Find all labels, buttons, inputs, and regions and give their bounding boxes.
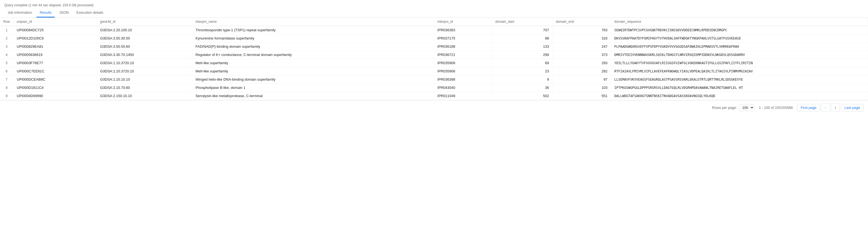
cell-domain_end: 551 xyxy=(552,92,611,100)
cell-uniparc_id: UPI0012D100C9 xyxy=(13,34,97,43)
cell-interpro_id: IPR036388 xyxy=(434,76,492,84)
cell-interpro_name: Phospholipase B-like, domain 1 xyxy=(192,84,434,92)
cell-gene3d_id: G3DSA:2.20.100.10 xyxy=(97,26,192,34)
col-header-domain-sequence: domain_sequence xyxy=(611,18,868,26)
tab-results[interactable]: Results xyxy=(36,8,55,18)
table-container: Row uniparc_id gene3d_id interpro_name i… xyxy=(0,18,868,100)
query-status: Query complete (1 min 44 sec elapsed, 15… xyxy=(0,0,868,8)
cell-row: 6 xyxy=(0,67,13,76)
next-page-button[interactable]: › xyxy=(831,103,840,112)
pagination-buttons: First page ‹ › Last page xyxy=(797,103,864,112)
cell-gene3d_id: G3DSA:3.30.70.1450 xyxy=(97,51,192,59)
cell-domain_sequence: DKVSSRAFPAATDYFGMIFHGYTVTHVDALSHFFWDGKTY… xyxy=(611,34,868,43)
cell-domain_end: 103 xyxy=(552,84,611,92)
cell-uniparc_id: UPI00084DC725 xyxy=(13,26,97,34)
cell-domain_start: 69 xyxy=(492,59,552,67)
cell-domain_end: 293 xyxy=(552,59,611,67)
cell-uniparc_id: UPI000DCEAB8C xyxy=(13,76,97,84)
table-row: 7UPI000DCEAB8CG3DSA:1.10.10.10Winged hel… xyxy=(0,76,868,84)
cell-domain_end: 97 xyxy=(552,76,611,84)
table-row: 8UPI000D1811C4G3DSA:2.10.70.60Phospholip… xyxy=(0,84,868,92)
cell-interpro_name: Kynurenine formamidase superfamily xyxy=(192,34,434,43)
cell-gene3d_id: G3DSA:3.50.30.50 xyxy=(97,34,192,43)
col-header-uniparc-id: uniparc_id xyxy=(13,18,97,26)
cell-uniparc_id: UPI000C7EE81C xyxy=(13,67,97,76)
cell-interpro_name: MetI-like superfamily xyxy=(192,59,434,67)
col-header-interpro-name: interpro_name xyxy=(192,18,434,26)
cell-interpro_name: Thrombospondin type-1 (TSP1) repeat supe… xyxy=(192,26,434,34)
table-row: 2UPI0012D100C9G3DSA:3.50.30.50Kynurenine… xyxy=(0,34,868,43)
cell-domain_sequence: LLSEMAVFVKVVEAGSFSEAGRQLASTPSAVSRSVARLEK… xyxy=(611,76,868,84)
cell-row: 7 xyxy=(0,76,13,84)
cell-row: 8 xyxy=(0,84,13,92)
cell-domain_end: 247 xyxy=(552,43,611,51)
pagination-info: 1 - 100 of 220155568 xyxy=(759,106,793,110)
cell-interpro_id: IPR035906 xyxy=(434,67,492,76)
cell-interpro_name: MetI-like superfamily xyxy=(192,67,434,76)
cell-uniparc_id: UPI0004D69990 xyxy=(13,92,97,100)
cell-row: 9 xyxy=(0,92,13,100)
cell-interpro_name: FAD/NAD(P)-binding domain superfamily xyxy=(192,43,434,51)
cell-interpro_id: IPR037175 xyxy=(434,34,492,43)
cell-row: 5 xyxy=(0,59,13,67)
table-row: 6UPI000C7EE81CG3DSA:1.10.3720.10MetI-lik… xyxy=(0,67,868,76)
cell-domain_sequence: RTFIAIAVLFMIVMLVIPLLAVEFEAFKNGWQLYIASLVD… xyxy=(611,67,868,76)
cell-gene3d_id: G3DSA:1.10.10.10 xyxy=(97,76,192,84)
cell-domain_start: 133 xyxy=(492,43,552,51)
tabs-bar: Job information Results JSON Execution d… xyxy=(0,8,868,18)
cell-domain_sequence: IPTPKGSWGPGGLDPPPSRSRSVLLDAGTGQLRLVDGRHP… xyxy=(611,84,868,92)
col-header-row: Row xyxy=(0,18,13,26)
cell-domain_start: 88 xyxy=(492,34,552,43)
cell-uniparc_id: UPI000D1811C4 xyxy=(13,84,97,92)
cell-domain_start: 9 xyxy=(492,76,552,84)
cell-domain_start: 23 xyxy=(492,67,552,76)
cell-domain_end: 316 xyxy=(552,34,611,43)
rows-per-page-select[interactable]: 100 xyxy=(739,104,754,111)
table-row: 9UPI0004D69990G3DSA:2.150.10.10Serralysi… xyxy=(0,92,868,100)
tab-execution-details[interactable]: Execution details xyxy=(73,8,106,18)
table-footer: Rows per page: 100 1 - 100 of 220155568 … xyxy=(0,100,868,115)
tab-job-information[interactable]: Job information xyxy=(4,8,35,18)
table-header-row: Row uniparc_id gene3d_id interpro_name i… xyxy=(0,18,868,26)
table-row: 5UPI0003F76E77G3DSA:1.10.3720.10MetI-lik… xyxy=(0,59,868,67)
first-page-button[interactable]: First page xyxy=(797,104,820,111)
rows-per-page-container: Rows per page: 100 xyxy=(712,104,754,111)
cell-row: 3 xyxy=(0,43,13,51)
rows-per-page-label: Rows per page: xyxy=(712,106,737,110)
cell-interpro_id: IPR036188 xyxy=(434,43,492,51)
cell-interpro_id: IPR036383 xyxy=(434,26,492,34)
results-table: Row uniparc_id gene3d_id interpro_name i… xyxy=(0,18,868,100)
cell-uniparc_id: UPI0003F76E77 xyxy=(13,59,97,67)
cell-domain_start: 299 xyxy=(492,51,552,59)
cell-domain_sequence: SEWQIRTDWTPCSVPCGVGQKTRDVKCISNIGDVVDDEEC… xyxy=(611,26,868,34)
cell-domain_start: 502 xyxy=(492,92,552,100)
cell-row: 1 xyxy=(0,26,13,34)
cell-domain_sequence: DMRIVTEEIVVKNNNAVGKRLSQIKLTDHGCFLNRVIRSQ… xyxy=(611,51,868,59)
cell-gene3d_id: G3DSA:1.10.3720.10 xyxy=(97,67,192,76)
cell-gene3d_id: G3DSA:2.10.70.60 xyxy=(97,84,192,92)
cell-domain_end: 282 xyxy=(552,67,611,76)
cell-row: 2 xyxy=(0,34,13,43)
col-header-domain-end: domain_end xyxy=(552,18,611,26)
cell-gene3d_id: G3DSA:2.150.10.10 xyxy=(97,92,192,100)
cell-uniparc_id: UPI000829EA81 xyxy=(13,43,97,51)
cell-gene3d_id: G3DSA:3.50.50.60 xyxy=(97,43,192,51)
last-page-button[interactable]: Last page xyxy=(841,104,864,111)
cell-domain_start: 36 xyxy=(492,84,552,92)
cell-interpro_name: Serralysin-like metalloprotease, C-termi… xyxy=(192,92,434,100)
cell-domain_sequence: DALLWDGTAFSAKHGTSNNTNSKITNVADGAVSASSKDAV… xyxy=(611,92,868,100)
col-header-interpro-id: interpro_id xyxy=(434,18,492,26)
cell-gene3d_id: G3DSA:1.10.3720.10 xyxy=(97,59,192,67)
cell-domain_start: 707 xyxy=(492,26,552,34)
table-row: 1UPI00084DC725G3DSA:2.20.100.10Thrombosp… xyxy=(0,26,868,34)
cell-uniparc_id: UPI0005836619 xyxy=(13,51,97,59)
cell-interpro_id: IPR043040 xyxy=(434,84,492,92)
tab-json[interactable]: JSON xyxy=(56,8,72,18)
cell-domain_sequence: PLPAADGWQGRGVEFFVPSFDPYVGKDVVVVGGGDSAFDW… xyxy=(611,43,868,51)
prev-page-button[interactable]: ‹ xyxy=(821,103,830,112)
cell-domain_sequence: YDILTLLLYGAKYTVFVGVGVAFLRIIGGSFGIWFGLVGK… xyxy=(611,59,868,67)
cell-domain_end: 763 xyxy=(552,26,611,34)
table-row: 3UPI000829EA81G3DSA:3.50.50.60FAD/NAD(P)… xyxy=(0,43,868,51)
cell-domain_end: 373 xyxy=(552,51,611,59)
col-header-domain-start: domain_start xyxy=(492,18,552,26)
